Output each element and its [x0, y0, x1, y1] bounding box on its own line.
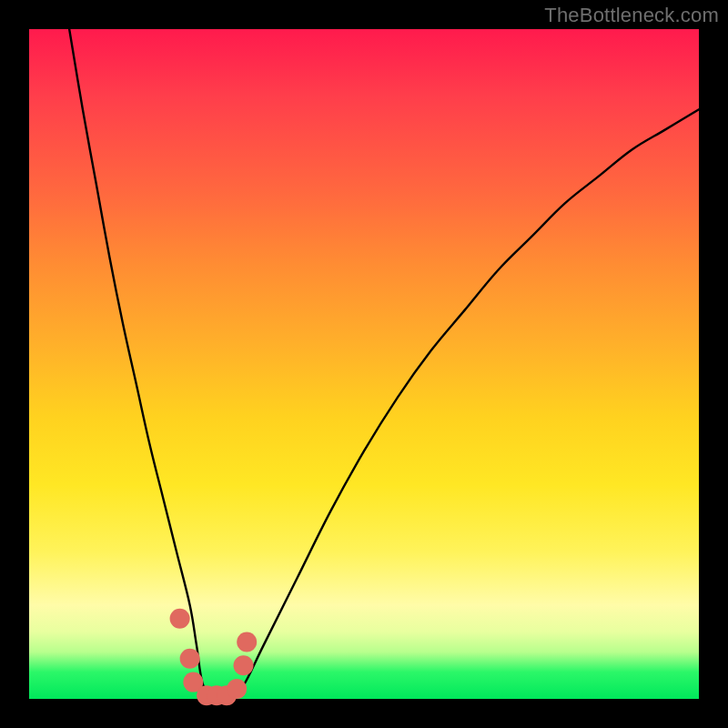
highlight-marker	[234, 655, 254, 675]
watermark-label: TheBottleneck.com	[544, 4, 719, 27]
highlight-marker	[237, 632, 257, 652]
highlight-marker	[180, 649, 200, 669]
chart-frame: TheBottleneck.com	[0, 0, 728, 728]
plot-area	[29, 29, 699, 699]
highlight-marker	[227, 679, 247, 699]
curve-layer	[29, 29, 699, 699]
bottleneck-curve	[69, 29, 699, 701]
highlight-marker	[170, 609, 190, 629]
marker-group	[170, 609, 258, 706]
